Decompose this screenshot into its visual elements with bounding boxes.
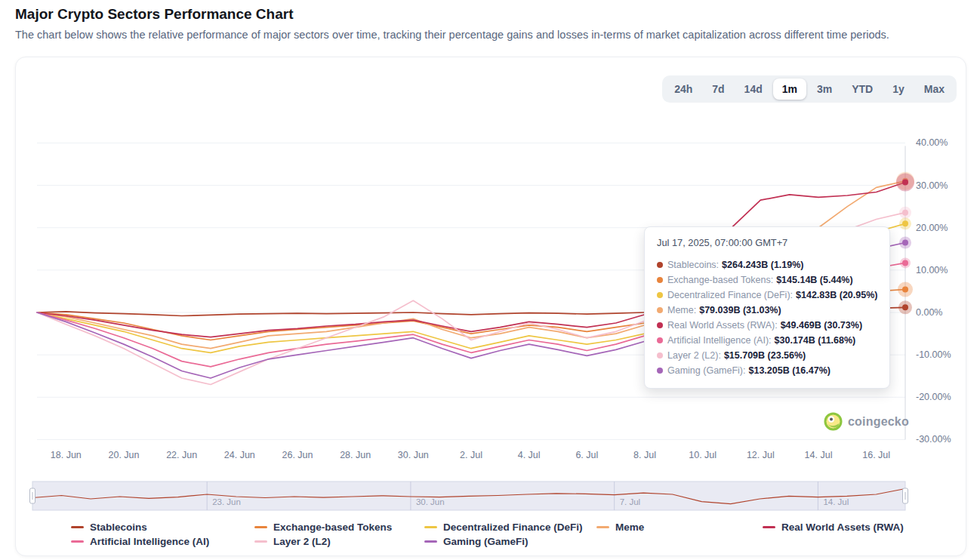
navigator-label: 30. Jun — [416, 497, 445, 506]
tooltip-series-dot-icon — [657, 307, 663, 313]
tooltip-row-gaming-gamefi: Gaming (GameFi):$13.205B (16.47%) — [657, 363, 877, 378]
end-marker-layer-2-l2 — [902, 210, 908, 216]
legend-item-stablecoins[interactable]: Stablecoins — [71, 522, 254, 533]
watermark-label: coingecko — [848, 415, 909, 429]
navigator-handle-right[interactable] — [903, 488, 908, 503]
tooltip-series-value: $30.174B (11.68%) — [775, 335, 856, 346]
navigator-label: 14. Jul — [823, 497, 849, 506]
x-axis-label: 8. Jul — [633, 450, 656, 460]
y-axis-label: 30.00% — [916, 180, 948, 191]
x-axis-label: 24. Jun — [224, 450, 255, 460]
legend-label: Real World Assets (RWA) — [781, 522, 904, 533]
legend-item-gaming-gamefi[interactable]: Gaming (GameFi) — [424, 536, 596, 547]
chart-legend: StablecoinsExchange-based TokensDecentra… — [16, 522, 966, 547]
tooltip-series-label: Exchange-based Tokens: — [667, 275, 773, 285]
legend-item-exchange-based-tokens[interactable]: Exchange-based Tokens — [254, 522, 424, 533]
legend-marker-icon — [424, 540, 437, 543]
x-axis-label: 22. Jun — [166, 450, 197, 460]
legend-label: Stablecoins — [90, 522, 147, 533]
x-axis-label: 14. Jul — [805, 450, 833, 460]
x-axis-label: 28. Jun — [340, 450, 371, 460]
tooltip-row-layer-2-l2: Layer 2 (L2):$15.709B (23.56%) — [657, 348, 877, 363]
end-marker-decentralized-finance-defi — [902, 220, 908, 226]
tooltip-series-label: Real World Assets (RWA): — [667, 320, 778, 331]
legend-label: Artificial Intelligence (AI) — [90, 536, 209, 547]
tooltip-row-exchange-based-tokens: Exchange-based Tokens:$145.14B (5.44%) — [657, 272, 877, 288]
legend-marker-icon — [254, 526, 267, 528]
legend-label: Decentralized Finance (DeFi) — [443, 522, 583, 533]
end-marker-exchange-based-tokens — [902, 286, 908, 292]
tooltip-series-label: Meme: — [667, 305, 696, 315]
legend-marker-icon — [763, 526, 775, 528]
tooltip-series-dot-icon — [657, 322, 663, 328]
tooltip-rows: Stablecoins:$264.243B (1.19%)Exchange-ba… — [657, 257, 877, 378]
legend-item-artificial-intelligence-ai[interactable]: Artificial Intelligence (AI) — [71, 536, 254, 547]
end-marker-real-world-assets-rwa — [902, 179, 908, 185]
legend-label: Gaming (GameFi) — [443, 536, 529, 547]
tooltip-series-label: Artificial Intelligence (AI): — [667, 335, 772, 346]
x-axis-label: 2. Jul — [460, 450, 482, 460]
page-subtitle: The chart below shows the relative perfo… — [15, 29, 889, 41]
tooltip-row-artificial-intelligence-ai: Artificial Intelligence (AI):$30.174B (1… — [657, 333, 877, 348]
tooltip-series-dot-icon — [657, 277, 663, 283]
navigator-label: 7. Jul — [620, 497, 641, 506]
tooltip-date: Jul 17, 2025, 07:00:00 GMT+7 — [657, 237, 877, 248]
tooltip-series-label: Decentralized Finance (DeFi): — [667, 290, 793, 300]
page-title: Major Crypto Sectors Performance Chart — [15, 6, 294, 23]
chart-card: 24h7d14d1m3mYTD1yMax 40.00%30.00%20.00%1… — [15, 57, 966, 556]
legend-label: Layer 2 (L2) — [273, 536, 331, 547]
legend-marker-icon — [254, 540, 267, 543]
tooltip-series-value: $79.039B (31.03%) — [699, 305, 781, 315]
tooltip-series-label: Layer 2 (L2): — [667, 350, 721, 361]
tooltip-series-dot-icon — [657, 337, 663, 343]
x-axis-label: 18. Jun — [51, 450, 82, 460]
y-axis-label: 20.00% — [916, 223, 948, 233]
end-marker-stablecoins — [902, 304, 908, 310]
tooltip-series-value: $15.709B (23.56%) — [724, 350, 806, 361]
tooltip-series-value: $264.243B (1.19%) — [722, 260, 803, 270]
tooltip-series-dot-icon — [657, 292, 663, 298]
navigator-label: 23. Jun — [212, 497, 241, 506]
tooltip-series-value: $13.205B (16.47%) — [749, 365, 831, 376]
legend-marker-icon — [596, 526, 609, 528]
y-axis-label: -20.00% — [916, 392, 951, 402]
legend-item-layer-2-l2[interactable]: Layer 2 (L2) — [254, 536, 424, 547]
tooltip-row-decentralized-finance-defi: Decentralized Finance (DeFi):$142.83B (2… — [657, 288, 877, 303]
y-axis-label: 0.00% — [916, 307, 942, 318]
tooltip-series-label: Gaming (GameFi): — [667, 365, 746, 376]
end-marker-gaming-gamefi — [902, 240, 908, 246]
legend-label: Meme — [615, 522, 644, 533]
end-marker-artificial-intelligence-ai — [902, 260, 908, 266]
legend-item-real-world-assets-rwa[interactable]: Real World Assets (RWA) — [763, 522, 966, 533]
navigator[interactable]: 23. Jun30. Jun7. Jul14. Jul — [30, 482, 908, 510]
tooltip-series-dot-icon — [657, 368, 663, 374]
legend-marker-icon — [71, 540, 84, 543]
x-axis-label: 12. Jul — [747, 450, 775, 460]
tooltip-series-value: $145.14B (5.44%) — [776, 275, 852, 285]
tooltip-row-meme: Meme:$79.039B (31.03%) — [657, 303, 877, 318]
tooltip-row-stablecoins: Stablecoins:$264.243B (1.19%) — [657, 257, 877, 272]
x-axis-label: 20. Jun — [108, 450, 139, 460]
x-axis-label: 6. Jul — [575, 450, 598, 460]
y-axis-label: 10.00% — [916, 265, 948, 275]
x-axis-label: 30. Jun — [398, 450, 429, 460]
legend-item-meme[interactable]: Meme — [596, 522, 763, 533]
x-axis-label: 16. Jul — [862, 450, 890, 460]
coingecko-logo-icon — [824, 412, 843, 431]
tooltip-series-value: $49.469B (30.73%) — [781, 320, 862, 331]
legend-label: Exchange-based Tokens — [273, 522, 392, 533]
tooltip-series-dot-icon — [657, 262, 663, 268]
tooltip-series-value: $142.83B (20.95%) — [796, 290, 877, 300]
x-axis-label: 26. Jun — [282, 450, 313, 460]
y-axis-label: -30.00% — [916, 434, 951, 445]
tooltip-series-label: Stablecoins: — [667, 260, 719, 270]
coingecko-watermark: coingecko — [824, 412, 909, 431]
y-axis-label: 40.00% — [916, 137, 948, 148]
legend-marker-icon — [71, 526, 84, 528]
tooltip-row-real-world-assets-rwa: Real World Assets (RWA):$49.469B (30.73%… — [657, 318, 877, 333]
legend-item-decentralized-finance-defi[interactable]: Decentralized Finance (DeFi) — [424, 522, 596, 533]
x-axis-label: 10. Jul — [689, 450, 717, 460]
y-axis-label: -10.00% — [916, 349, 951, 360]
x-axis-label: 4. Jul — [518, 450, 541, 460]
navigator-handle-left[interactable] — [30, 488, 35, 503]
